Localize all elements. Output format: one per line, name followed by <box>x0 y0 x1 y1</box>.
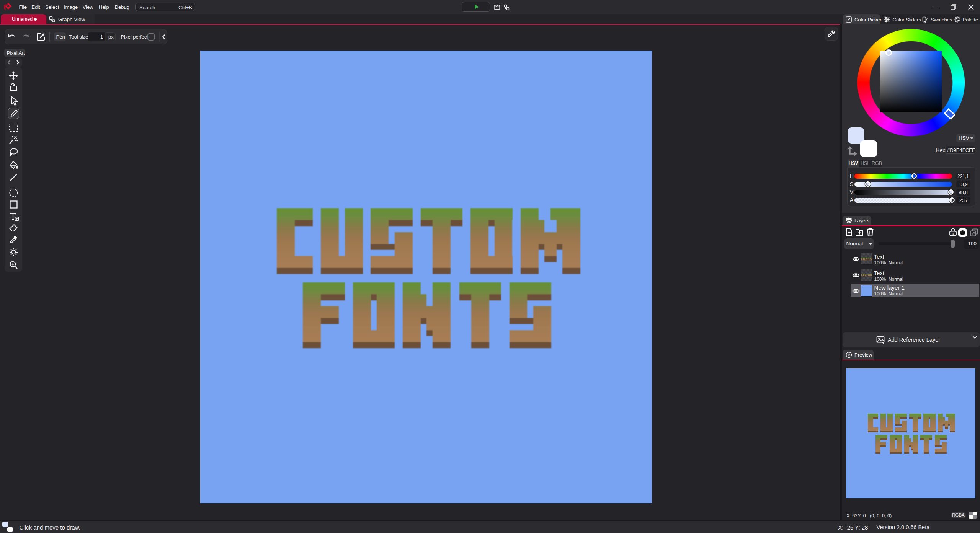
svg-text:α: α <box>952 231 954 236</box>
